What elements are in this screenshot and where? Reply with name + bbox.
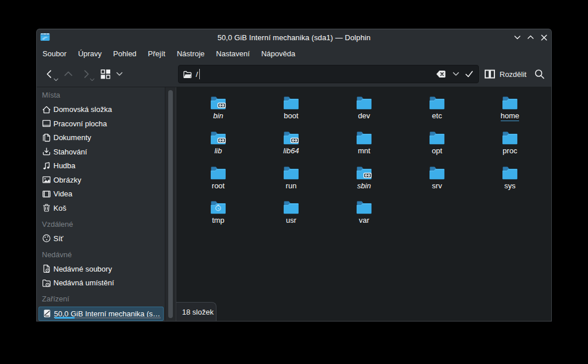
places-item[interactable]: Dokumenty (37, 131, 165, 145)
file-item-lib64[interactable]: lib64 (255, 129, 327, 156)
text-cursor (199, 69, 200, 79)
window-title: 50,0 GiB Interní mechanika (sda1) — Dolp… (37, 33, 551, 42)
file-item-dev[interactable]: dev (328, 94, 400, 121)
file-item-etc[interactable]: etc (401, 94, 473, 121)
folder-icon (355, 94, 373, 110)
folder-temp-icon (209, 199, 227, 214)
menu-nastroje[interactable]: Nástroje (171, 47, 210, 60)
menu-prejit[interactable]: Přejít (142, 47, 171, 60)
location-folder-icon (183, 71, 192, 78)
file-item-mnt[interactable]: mnt (328, 129, 400, 156)
places-item-label: Domovská složka (53, 105, 112, 114)
folder-icon (501, 94, 519, 110)
places-item[interactable]: Pracovní plocha (37, 117, 165, 131)
split-view-icon (485, 69, 495, 79)
up-button[interactable] (62, 68, 75, 80)
menubar: SouborÚpravyPohledPřejítNástrojeNastaven… (37, 45, 551, 61)
location-path[interactable]: / (196, 70, 198, 79)
file-item-opt[interactable]: opt (401, 129, 473, 156)
file-item-lib[interactable]: lib (182, 129, 254, 156)
menu-napoveda[interactable]: Nápověda (256, 47, 301, 60)
folder-symlink-icon (209, 94, 227, 110)
file-label: lib64 (283, 146, 299, 156)
file-label: dev (358, 111, 370, 121)
file-item-var[interactable]: var (328, 199, 400, 225)
view-mode-dropdown-icon[interactable] (116, 72, 123, 76)
places-scrollbar[interactable] (165, 87, 176, 321)
places-item[interactable]: Nedávná umístění (37, 276, 165, 291)
places-item[interactable]: Stahování (37, 145, 165, 159)
close-button[interactable] (540, 33, 548, 42)
folder-icon (282, 94, 300, 110)
menu-pohled[interactable]: Pohled (107, 47, 142, 60)
capacity-bar (55, 317, 161, 319)
places-item-label: Stahování (53, 148, 87, 156)
file-item-run[interactable]: run (255, 164, 327, 191)
places-section-header: Vzdálené (37, 218, 165, 232)
folder-clock-icon (42, 278, 51, 288)
menu-soubor[interactable]: Soubor (37, 47, 72, 60)
file-item-tmp[interactable]: tmp (182, 199, 254, 225)
places-item-label: Síť (53, 234, 63, 243)
scrollbar-handle[interactable] (168, 90, 173, 318)
places-item[interactable]: 50,0 GiB Interní mechanika (sda1) (38, 307, 164, 321)
split-view-button[interactable]: Rozdělit (482, 65, 529, 83)
content-area: MístaDomovská složkaPracovní plochaDokum… (37, 87, 551, 321)
menu-upravy[interactable]: Úpravy (72, 47, 107, 60)
dolphin-window: 50,0 GiB Interní mechanika (sda1) — Dolp… (36, 29, 552, 322)
capacity-bar-fill (55, 317, 75, 319)
places-item[interactable]: Síť (37, 231, 165, 246)
menu-nastaveni[interactable]: Nastavení (210, 47, 256, 60)
folder-icon (428, 129, 446, 145)
video-icon (42, 189, 51, 199)
forward-dropdown-icon[interactable] (90, 78, 95, 82)
places-item[interactable]: Videa (37, 187, 165, 202)
file-item-root[interactable]: root (182, 164, 254, 191)
trash-icon (42, 203, 51, 212)
file-label: lib (214, 146, 222, 156)
location-bar[interactable]: / (178, 65, 479, 83)
file-label: var (359, 216, 369, 225)
places-item-label: Videa (53, 189, 72, 198)
file-label: mnt (358, 146, 370, 156)
file-item-bin[interactable]: bin (182, 94, 254, 121)
places-item[interactable]: Hudba (37, 159, 165, 173)
folder-icon (428, 164, 446, 180)
file-item-home[interactable]: home (474, 94, 546, 121)
titlebar[interactable]: 50,0 GiB Interní mechanika (sda1) — Dolp… (37, 29, 551, 45)
confirm-location-icon[interactable] (465, 69, 474, 79)
home-icon (42, 105, 51, 114)
file-item-sbin[interactable]: sbin (328, 164, 400, 191)
back-dropdown-icon[interactable] (53, 78, 59, 82)
maximize-button[interactable] (527, 33, 535, 41)
location-dropdown-icon[interactable] (452, 72, 459, 76)
file-item-sys[interactable]: sys (474, 164, 546, 191)
documents-icon (42, 133, 51, 142)
file-item-proc[interactable]: proc (474, 129, 546, 156)
places-item-label: Nedávná umístění (53, 278, 114, 287)
places-item[interactable]: Koš (37, 201, 165, 215)
clear-location-icon[interactable] (436, 70, 446, 78)
places-item[interactable]: Obrázky (37, 173, 165, 187)
places-item[interactable]: Nedávné soubory (37, 262, 165, 276)
file-label: run (286, 181, 297, 191)
minimize-button[interactable] (513, 33, 521, 41)
file-label: boot (284, 111, 298, 121)
folder-icon (355, 199, 373, 214)
desktop-icon (42, 119, 51, 128)
search-button[interactable] (534, 69, 545, 80)
view-mode-icons-button[interactable] (100, 69, 110, 79)
folder-symlink-icon (355, 164, 373, 180)
folder-icon (501, 164, 519, 180)
drive-icon (42, 309, 52, 318)
places-section-header: Místa (37, 88, 165, 103)
folder-view[interactable]: 18 složek binbootdevetchomeliblib64mntop… (176, 87, 551, 321)
file-item-srv[interactable]: srv (401, 164, 473, 191)
file-item-usr[interactable]: usr (255, 199, 327, 225)
file-label: usr (286, 216, 296, 225)
file-item-boot[interactable]: boot (255, 94, 327, 121)
places-item[interactable]: Domovská složka (37, 103, 165, 117)
places-item-label: Hudba (53, 161, 75, 170)
file-label: bin (213, 111, 223, 121)
folder-icon (428, 94, 446, 110)
